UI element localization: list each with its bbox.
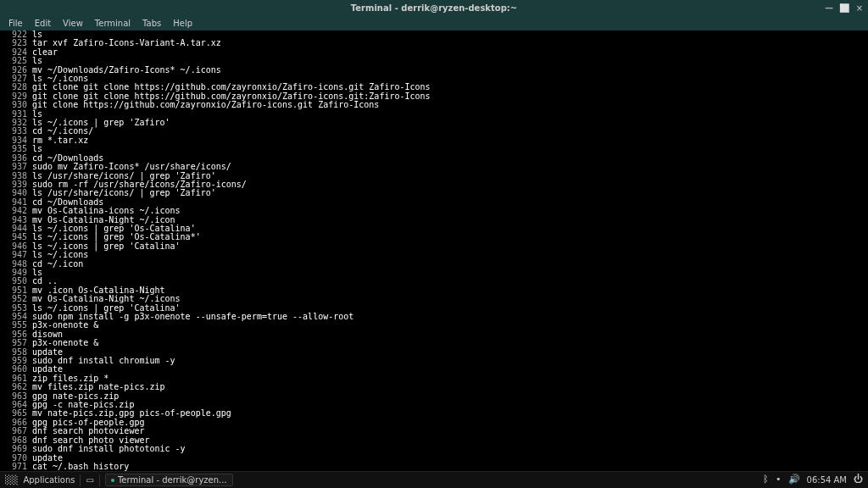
history-line: 932ls ~/.icons | grep 'Zafiro' bbox=[3, 119, 865, 127]
command-text: update bbox=[27, 364, 63, 374]
command-text: mv .icon Os-Catalina-Night bbox=[27, 286, 165, 295]
command-text: gpg -c nate-pics.zip bbox=[27, 400, 134, 409]
command-text: ls /usr/share/icons/ | grep 'Zafiro' bbox=[27, 171, 216, 180]
history-line: 957p3x-onenote & bbox=[3, 339, 865, 347]
command-text: sudo npm install -g p3x-onenote --unsafe… bbox=[27, 312, 353, 321]
command-text: ls ~/.icons bbox=[27, 74, 88, 83]
command-text: git clone git clone https://github.com/z… bbox=[27, 92, 431, 101]
command-text: dnf search photo viewer bbox=[27, 435, 149, 445]
history-line: 933cd ~/.icons/ bbox=[3, 127, 865, 136]
history-output: 922ls923tar xvf Zafiro-Icons-Variant-A.t… bbox=[3, 30, 865, 471]
command-text: mv files.zip nate-pics.zip bbox=[27, 382, 165, 391]
menu-terminal[interactable]: Terminal bbox=[90, 17, 136, 30]
command-text: mv Os-Catalina-icons ~/.icons bbox=[27, 206, 181, 215]
command-text: mv ~/Downloads/Zafiro-Icons* ~/.icons bbox=[27, 65, 221, 75]
command-text: tar xvf Zafiro-Icons-Variant-A.tar.xz bbox=[27, 38, 221, 47]
command-text: clear bbox=[27, 47, 58, 57]
task-label: Terminal - derrik@ryzen... bbox=[118, 475, 227, 485]
history-line: 955p3x-onenote & bbox=[3, 321, 865, 330]
command-text: mv nate-pics.zip.gpg pics-of-people.gpg bbox=[27, 408, 231, 418]
command-text: p3x-onenote & bbox=[27, 338, 98, 347]
apps-menu-icon[interactable]: ░░ bbox=[5, 475, 18, 485]
clock[interactable]: 06:54 AM bbox=[807, 475, 847, 485]
audio-icon[interactable]: 🔊 bbox=[788, 474, 800, 485]
history-line: 962mv files.zip nate-pics.zip bbox=[3, 383, 865, 391]
command-text: ls bbox=[27, 268, 42, 277]
history-line: 940ls /usr/share/icons/ | grep 'Zafiro' bbox=[3, 189, 865, 197]
menu-tabs[interactable]: Tabs bbox=[137, 17, 166, 30]
command-text: mv Os-Catalina-Night ~/.icons bbox=[27, 294, 181, 303]
command-text: cd ~/.icons/ bbox=[27, 126, 93, 136]
separator bbox=[80, 474, 81, 486]
maximize-button[interactable]: ⬜ bbox=[839, 3, 849, 13]
history-line: 926mv ~/Downloads/Zafiro-Icons* ~/.icons bbox=[3, 66, 865, 75]
terminal-body[interactable]: 922ls923tar xvf Zafiro-Icons-Variant-A.t… bbox=[0, 30, 868, 471]
show-desktop-icon[interactable]: ▭ bbox=[86, 475, 93, 485]
command-text: ls ~/.icons | grep 'Catalina' bbox=[27, 303, 181, 313]
indicator-icon[interactable]: • bbox=[776, 474, 782, 485]
command-text: ls /usr/share/icons/ | grep 'Zafiro' bbox=[27, 188, 216, 197]
panel-left: ░░ Applications ▭ Terminal - derrik@ryze… bbox=[5, 474, 233, 486]
user-icon[interactable]: ⏻ bbox=[854, 474, 863, 485]
command-text: disown bbox=[27, 330, 63, 339]
command-text: ls ~/.icons | grep 'Catalina' bbox=[27, 241, 181, 251]
command-text: mv Os-Catalina-Night ~/.icon bbox=[27, 215, 175, 225]
menu-edit[interactable]: Edit bbox=[30, 17, 56, 30]
line-number: 969 bbox=[3, 445, 27, 453]
window-controls: — ⬜ × bbox=[824, 0, 865, 15]
history-line: 937sudo mv Zafiro-Icons* /usr/share/icon… bbox=[3, 163, 865, 171]
panel-right: ᛒ • 🔊 06:54 AM ⏻ bbox=[763, 474, 863, 485]
history-line: 970update bbox=[3, 454, 865, 463]
menu-file[interactable]: File bbox=[3, 17, 28, 30]
menu-view[interactable]: View bbox=[58, 17, 88, 30]
command-text: sudo rm -rf /usr/share/icons/Zafiro-icon… bbox=[27, 180, 247, 189]
command-text: cat ~/.bash_history bbox=[27, 462, 129, 471]
line-number: 947 bbox=[3, 251, 27, 259]
history-line: 930git clone https://github.com/zayronxi… bbox=[3, 101, 865, 109]
history-line: 956disown bbox=[3, 330, 865, 339]
command-text: ls bbox=[27, 109, 42, 119]
history-line: 935ls bbox=[3, 145, 865, 153]
command-text: update bbox=[27, 453, 63, 463]
command-text: gpg nate-pics.zip bbox=[27, 391, 119, 401]
window-title: Terminal - derrik@ryzen-desktop:~ bbox=[351, 3, 517, 13]
command-text: git clone git clone https://github.com/z… bbox=[27, 82, 431, 92]
history-line: 949ls bbox=[3, 269, 865, 277]
command-text: ls ~/.icons | grep 'Os-Catalina*' bbox=[27, 232, 201, 241]
history-line: 946ls ~/.icons | grep 'Catalina' bbox=[3, 242, 865, 251]
history-line: 934rm *.tar.xz bbox=[3, 136, 865, 145]
command-text: ls ~/.icons bbox=[27, 250, 88, 259]
history-line: 969sudo dnf install phototonic -y bbox=[3, 445, 865, 453]
menubar: File Edit View Terminal Tabs Help bbox=[0, 15, 868, 30]
history-line: 959sudo dnf install chromium -y bbox=[3, 357, 865, 365]
command-text: sudo dnf install phototonic -y bbox=[27, 444, 186, 453]
bluetooth-icon[interactable]: ᛒ bbox=[763, 474, 769, 485]
command-text: sudo dnf install chromium -y bbox=[27, 356, 175, 365]
command-text: cd ~/Downloads bbox=[27, 153, 103, 163]
taskbar: ░░ Applications ▭ Terminal - derrik@ryze… bbox=[0, 471, 868, 488]
separator bbox=[99, 474, 100, 486]
menu-help[interactable]: Help bbox=[168, 17, 198, 30]
history-line: 971cat ~/.bash_history bbox=[3, 463, 865, 471]
command-text: dnf search photoviewer bbox=[27, 426, 144, 435]
history-line: 923tar xvf Zafiro-Icons-Variant-A.tar.xz bbox=[3, 39, 865, 47]
task-indicator-icon bbox=[111, 479, 114, 482]
history-line: 954sudo npm install -g p3x-onenote --uns… bbox=[3, 313, 865, 321]
history-line: 947ls ~/.icons bbox=[3, 251, 865, 259]
command-text: ls ~/.icons | grep 'Os-Catalina' bbox=[27, 224, 196, 233]
line-number: 942 bbox=[3, 207, 27, 215]
minimize-button[interactable]: — bbox=[824, 3, 834, 13]
command-text: sudo mv Zafiro-Icons* /usr/share/icons/ bbox=[27, 162, 231, 171]
command-text: git clone https://github.com/zayronxio/Z… bbox=[27, 100, 379, 109]
command-text: ls ~/.icons | grep 'Zafiro' bbox=[27, 118, 170, 127]
line-number: 937 bbox=[3, 163, 27, 171]
history-line: 924clear bbox=[3, 48, 865, 57]
command-text: rm *.tar.xz bbox=[27, 136, 88, 145]
command-text: ls bbox=[27, 56, 42, 65]
taskbar-item-terminal[interactable]: Terminal - derrik@ryzen... bbox=[105, 474, 233, 486]
apps-menu-label[interactable]: Applications bbox=[23, 475, 75, 485]
history-line: 942mv Os-Catalina-icons ~/.icons bbox=[3, 207, 865, 215]
command-text: update bbox=[27, 347, 63, 357]
command-text: ls bbox=[27, 144, 42, 153]
close-button[interactable]: × bbox=[854, 3, 865, 13]
